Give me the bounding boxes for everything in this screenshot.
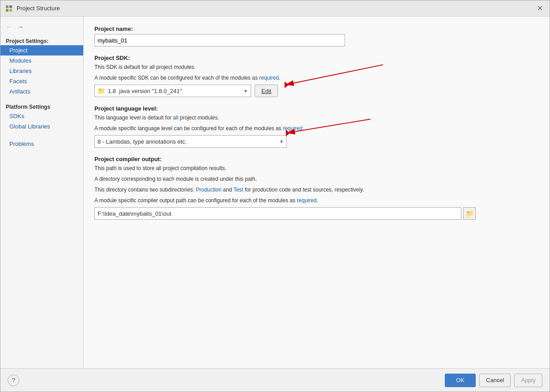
sdk-dropdown[interactable]: 📁 1.8 java version "1.8.0_241" ▼ [94,85,251,97]
dialog-title: Project Structure [17,5,534,12]
sdk-label: Project SDK: [94,55,539,61]
project-structure-dialog: Project Structure ✕ ← → Project Settings… [0,0,550,392]
compiler-folder-button[interactable]: 📁 [463,207,476,220]
lang-dropdown-value: 8 - Lambdas, type annotations etc. [98,138,277,145]
ok-button[interactable]: OK [445,374,476,387]
compiler-desc3: This directory contains two subdirectori… [94,186,539,194]
close-button[interactable]: ✕ [534,3,545,14]
sidebar-item-sdks[interactable]: SDKs [0,111,83,121]
lang-dropdown-arrow-icon: ▼ [279,139,284,144]
compiler-output-row: 📁 [94,207,539,220]
sidebar-item-facets[interactable]: Facets [0,76,83,86]
cancel-button[interactable]: Cancel [479,374,511,387]
svg-rect-3 [9,9,12,12]
folder-icon: 📁 [466,210,473,217]
compiler-desc4: A module specific compiler output path c… [94,196,539,205]
svg-rect-0 [6,5,9,8]
title-bar: Project Structure ✕ [0,0,550,17]
lang-desc2: A module specific language level can be … [94,124,539,132]
compiler-desc1: This path is used to store all project c… [94,164,539,172]
project-name-input[interactable] [94,34,345,47]
sdk-dropdown-value: 1.8 java version "1.8.0_241" [108,88,241,94]
sdk-desc2: A module specific SDK can be configured … [94,74,539,82]
sdk-dropdown-arrow-icon: ▼ [243,89,248,94]
dialog-icon [5,4,13,13]
lang-level-label: Project language level: [94,105,539,112]
sdk-desc1: This SDK is default for all project modu… [94,63,539,71]
lang-desc1: This language level is default for all p… [94,114,539,122]
sidebar-item-global-libraries[interactable]: Global Libraries [0,121,83,132]
compiler-output-label: Project compiler output: [94,156,539,162]
sdk-row: 📁 1.8 java version "1.8.0_241" ▼ Edit [94,85,539,97]
bottom-bar: ? OK Cancel Apply [0,368,550,392]
lang-dropdown[interactable]: 8 - Lambdas, type annotations etc. ▼ [94,135,287,148]
sidebar: ← → Project Settings: Project Modules Li… [0,17,84,368]
compiler-output-input[interactable] [94,207,461,220]
svg-rect-2 [6,9,9,12]
sidebar-nav: ← → [0,20,83,34]
project-settings-label: Project Settings: [0,35,83,45]
back-button[interactable]: ← [4,22,14,32]
sidebar-item-project[interactable]: Project [0,45,83,55]
forward-button[interactable]: → [16,22,26,32]
svg-rect-1 [9,5,12,8]
main-area: ← → Project Settings: Project Modules Li… [0,17,550,368]
bottom-buttons: OK Cancel Apply [445,374,542,387]
sidebar-item-modules[interactable]: Modules [0,55,83,66]
sidebar-item-problems[interactable]: Problems [0,139,83,149]
project-name-label: Project name: [94,26,539,32]
sidebar-item-libraries[interactable]: Libraries [0,66,83,76]
apply-button[interactable]: Apply [514,374,542,387]
sdk-folder-icon: 📁 [98,87,105,94]
sidebar-item-artifacts[interactable]: Artifacts [0,86,83,97]
help-button[interactable]: ? [8,375,19,386]
edit-sdk-button[interactable]: Edit [255,85,278,97]
content-area: Project name: Project SDK: This SDK is d… [84,17,550,368]
compiler-desc2: A directory corresponding to each module… [94,175,539,183]
platform-settings-label: Platform Settings [0,101,83,111]
